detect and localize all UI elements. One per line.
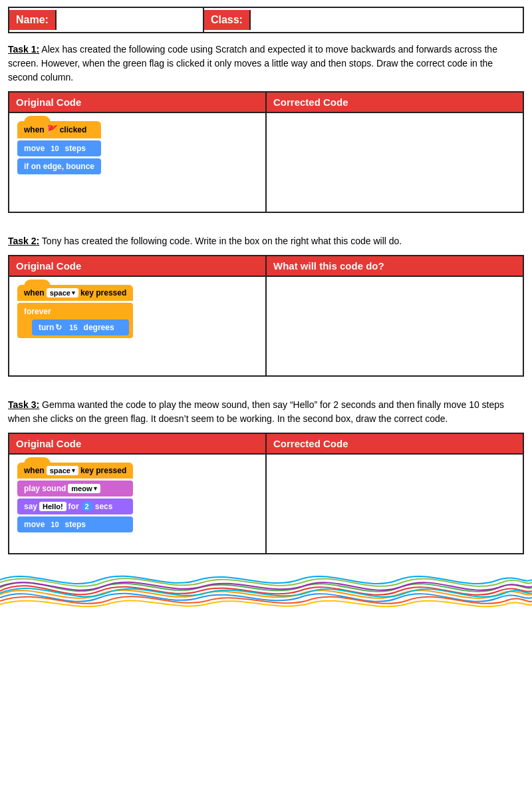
task3-table: Original Code Corrected Code when space … — [8, 433, 524, 554]
task2-description: Task 2: Tony has created the following c… — [8, 234, 524, 248]
block-dropdown-meow: meow — [68, 484, 100, 493]
table-row: when space key pressed forever turn ↻ 15… — [9, 276, 523, 376]
table-row: when space key pressed play sound meow s… — [9, 454, 523, 554]
class-label: Class: — [204, 10, 251, 30]
task3-corrected-code[interactable] — [266, 454, 523, 554]
gap2 — [0, 377, 532, 389]
name-label: Name: — [9, 10, 57, 30]
class-cell: Class: — [204, 8, 397, 32]
gap1 — [0, 213, 532, 225]
block-forever: forever turn ↻ 15 degrees — [17, 303, 133, 338]
name-input[interactable] — [57, 8, 203, 32]
task3-col2-header: Corrected Code — [266, 433, 523, 454]
forever-inner: turn ↻ 15 degrees — [32, 319, 129, 335]
class-input[interactable] — [251, 8, 397, 32]
block-when-clicked: when 🚩 clicked — [17, 121, 101, 138]
task1-col1-header: Original Code — [9, 92, 266, 112]
task2-table: Original Code What will this code do? wh… — [8, 255, 524, 377]
task3-original-code: when space key pressed play sound meow s… — [9, 454, 266, 554]
task1-label: Task 1: — [8, 44, 39, 55]
block-move-steps: move 10 steps — [17, 140, 101, 156]
block-value-10: 10 — [47, 144, 63, 153]
wave-footer — [0, 568, 532, 614]
block-play-sound: play sound meow — [17, 481, 133, 496]
scratch-blocks-task3: when space key pressed play sound meow s… — [15, 460, 136, 535]
header-bar: Name: Class: — [8, 7, 524, 33]
forever-label: forever — [21, 305, 129, 317]
task3-description: Task 3: Gemma wanted the code to play th… — [8, 398, 524, 426]
task2-label: Task 2: — [8, 236, 39, 246]
task1-corrected-code[interactable] — [266, 112, 523, 212]
task3-label: Task 3: — [8, 399, 39, 410]
wave-svg — [0, 568, 532, 614]
task1-description: Task 1: Alex has created the following c… — [8, 43, 524, 85]
task1-table: Original Code Corrected Code when 🚩 clic… — [8, 91, 524, 213]
turn-icon: ↻ — [55, 323, 62, 332]
block-when-space: when space key pressed — [17, 285, 133, 301]
block-move-steps-t3: move 10 steps — [17, 516, 133, 532]
block-dropdown-space: space — [47, 288, 78, 297]
block-when-space-t3: when space key pressed — [17, 463, 133, 479]
task1-text: Alex has created the following code usin… — [8, 44, 497, 83]
task2-text: Tony has created the following code. Wri… — [39, 236, 402, 246]
block-if-on-edge: if on edge, bounce — [17, 158, 101, 174]
block-turn-degrees: turn ↻ 15 degrees — [32, 319, 129, 335]
block-dropdown-space-t3: space — [47, 466, 78, 475]
block-value-10-t3: 10 — [47, 520, 63, 529]
scratch-blocks-task2: when space key pressed forever turn ↻ 15… — [15, 282, 136, 341]
task2-col1-header: Original Code — [9, 256, 266, 276]
block-say-hello: say Hello! for 2 secs — [17, 498, 133, 514]
flag-icon: 🚩 — [47, 124, 58, 135]
task1-col2-header: Corrected Code — [266, 92, 523, 112]
task2-answer[interactable] — [266, 276, 523, 376]
name-cell: Name: — [9, 8, 203, 32]
block-value-15: 15 — [65, 323, 81, 332]
task2-col2-header: What will this code do? — [266, 256, 523, 276]
block-value-2: 2 — [81, 502, 93, 511]
table-row: when 🚩 clicked move 10 steps if on edge,… — [9, 112, 523, 212]
task2-original-code: when space key pressed forever turn ↻ 15… — [9, 276, 266, 376]
task3-col1-header: Original Code — [9, 433, 266, 454]
scratch-blocks-task1: when 🚩 clicked move 10 steps if on edge,… — [15, 118, 104, 177]
task3-text: Gemma wanted the code to play the meow s… — [8, 399, 504, 424]
task1-original-code: when 🚩 clicked move 10 steps if on edge,… — [9, 112, 266, 212]
block-value-hello: Hello! — [39, 502, 66, 511]
